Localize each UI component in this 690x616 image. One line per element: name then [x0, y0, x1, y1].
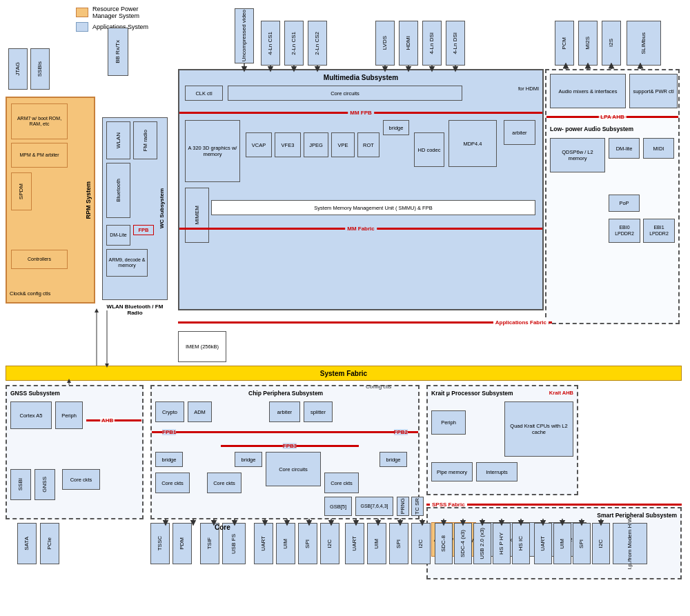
fpb2-bar: FPB2 [298, 428, 418, 436]
fm-radio-block: FM radio [133, 121, 157, 159]
arm7-inner: ARM7 w/ boot ROM, RAM, etc [11, 103, 68, 139]
bb-rxtx-block: BB Rx/Tx [108, 28, 128, 76]
cortex-a5: Cortex A5 [10, 401, 52, 429]
app-fabric-bar: Applications Fabric [178, 317, 552, 327]
legend-box-blue [76, 22, 88, 32]
smart-peripheral-label: Smart Peripheral Subsystem [597, 512, 677, 519]
ln4-cs1: 4-Ln CS1 [261, 21, 280, 66]
pcm-block: PCM [555, 21, 574, 66]
spi1-block: SPI [298, 523, 317, 564]
wlan-bt-fm-label: WLAN Bluetooth / FM Radio [102, 304, 168, 316]
bridge-chip1: bridge [155, 452, 183, 467]
lvds: LVDS [375, 21, 395, 66]
vpe: VPE [331, 132, 355, 157]
pcie-block: PCIe [40, 523, 59, 564]
bridge-chip2: bridge [235, 452, 262, 467]
clk-ctl: CLK ctl [185, 86, 223, 101]
midi-block: MIDI [643, 138, 674, 159]
i2s-block: I2S [602, 21, 621, 66]
ssbi-gnss: SSBI [10, 469, 31, 500]
audio-mixers: Audio mixers & interfaces [550, 74, 626, 108]
legend-item-rpm: Resource PowerManager System [76, 6, 148, 19]
fpb3-label: FPB3 [283, 443, 297, 449]
slimbus-block: SLIMbus [627, 21, 661, 66]
fpb2-label: FPB2 [394, 429, 408, 435]
tssc-block: TSSC [150, 523, 170, 564]
chip-peripheral-label: Chip Periphera Subsystem [248, 390, 323, 397]
adm-block: ADM [188, 401, 212, 422]
spdm-inner: SPDM [11, 172, 32, 210]
ahb-label: AHB [100, 417, 115, 424]
rpm-system-outer: ARM7 w/ boot ROM, RAM, etc MPM & PM arbi… [6, 97, 95, 304]
pdm-block: PDM [172, 523, 192, 564]
imem-block: IMEM (256kB) [178, 331, 226, 362]
pipe-memory: Pipe memory [431, 462, 473, 481]
core-ckts-gnss: Core ckts [62, 469, 100, 490]
core-ckts3: Core ckts [324, 473, 359, 493]
lpa-ahb-bar: LPA AHB [546, 112, 678, 121]
legend-label-rpm: Resource PowerManager System [92, 6, 139, 19]
mm-fabric-bar: MM Fabric [179, 223, 542, 233]
uart1-block: UART [254, 523, 273, 564]
fpb3-bar: FPB3 [221, 441, 359, 450]
arbiter-mm: arbiter [504, 120, 535, 145]
uart3-block: UART [534, 523, 552, 564]
controllers-inner: Controllers [11, 250, 68, 269]
support-pwr: support& PWR ctl [629, 74, 678, 108]
spi2-block: SPI [389, 523, 408, 564]
splitter-block: splitter [304, 401, 333, 422]
uncompressed-video: Uncompressed video [235, 8, 254, 63]
lpa-ahb-label: LPA AHB [598, 114, 626, 120]
gsb7643: GSB[7,6,4,3] [355, 497, 393, 516]
crypto-block: Crypto [155, 401, 184, 422]
ln4-dsi2: 4-Ln DSI [446, 21, 465, 66]
interrupts-block: Interrupts [476, 462, 518, 481]
lp-modem-hw: l.p./from Modem H W [613, 523, 647, 564]
mi2s-block: MI2S [578, 21, 598, 66]
rot: ROT [357, 132, 379, 157]
vfe3: VFE3 [275, 132, 301, 157]
rpm-vertical-label: RPM System [85, 105, 92, 295]
i2c2-block: I2C [411, 523, 431, 564]
wc-label: WC Subsystem [159, 188, 165, 228]
ebi0-lpddr2: EBI0 LPDDR2 [609, 219, 640, 243]
ahb-bar: AHB [86, 415, 141, 425]
quad-krait: Quad Krait CPUs with L2 cache [504, 401, 573, 457]
app-fabric-label: Applications Fabric [493, 319, 549, 326]
krait-label: Krait μ Processor Subsystem [431, 390, 513, 397]
smmu-block: System Memory Management Unit ( SMMU) & … [211, 200, 535, 215]
gnss-label: GNSS Subsystem [10, 390, 60, 397]
gsb5: GSB[5] [324, 497, 352, 516]
hd-codec: HD codec [414, 132, 444, 167]
arm9-block: ARM9, decode & memory [106, 249, 148, 277]
dm-lite2: DM-lite [609, 138, 640, 159]
wc-subsystem: WC Subsystem WLAN FM radio Bluetooth DM-… [102, 117, 168, 300]
core-ckts1: Core ckts [155, 473, 190, 493]
bluetooth-block: Bluetooth [106, 163, 130, 218]
mm-subsystem-label: Multimedia Subsystem [324, 74, 398, 81]
ebi1-lpddr2: EBI1 LPDDR2 [643, 219, 675, 243]
for-hdmi: for HDMI [518, 86, 539, 92]
hsphy-block: HS P HY [493, 523, 511, 564]
core-label: Core [215, 524, 230, 531]
periph-krait: Periph [431, 410, 466, 435]
mm-fpb-bar: MM FPB [179, 108, 542, 117]
gnss-block: GNSS [34, 469, 55, 500]
system-fabric: System Fabric [6, 366, 682, 381]
mdp44: MDP4.4 [448, 120, 497, 167]
multimedia-subsystem: Multimedia Subsystem CLK ctl Core circui… [178, 69, 544, 310]
mm-fabric-label: MM Fabric [345, 226, 377, 232]
arbiter-chip: arbiter [269, 401, 300, 422]
pop-block: PoP [609, 195, 640, 212]
low-power-audio-label: Low- power Audio Subsystem [550, 126, 633, 132]
core-circuits-chip: Core circuits [266, 452, 321, 486]
usb20-block: USB 2.0 (x3) [473, 523, 491, 564]
krait-ahb-label: Krait AHB [549, 390, 573, 396]
wlan-block: WLAN [106, 121, 130, 159]
fpb-wc: FPB [133, 225, 154, 235]
hsic-block: HS IC [512, 523, 530, 564]
core-ckts2: Core ckts [207, 473, 241, 493]
i2c1-block: I2C [320, 523, 339, 564]
sdc8-block: SDC-8 [435, 523, 453, 564]
spi3-block: SPI [573, 523, 591, 564]
